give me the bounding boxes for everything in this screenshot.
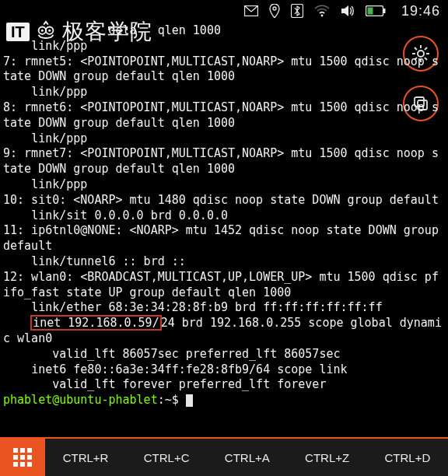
terminal-output[interactable]: dela qlen 1000 link/ppp 7: rmnet5: <POIN… [3,23,445,437]
term-line: 11: ip6tnl0@NONE: <NOARP> mtu 1452 qdisc… [3,223,446,253]
term-line: 12: wlan0: <BROADCAST,MULTICAST,UP,LOWER… [3,270,439,299]
envelope-icon [244,5,258,16]
svg-rect-6 [383,9,386,13]
term-line: link/ppp [3,85,87,99]
term-line: valid_lft forever preferred_lft forever [3,377,326,391]
key-ctrl-c[interactable]: CTRL+C [139,451,194,464]
prompt-line: phablet@ubuntu-phablet:~$ [3,393,193,407]
key-ctrl-r[interactable]: CTRL+R [58,451,114,464]
term-line: link/ppp [3,39,87,53]
term-line: link/sit 0.0.0.0 brd 0.0.0.0 [3,208,228,222]
svg-marker-4 [341,5,348,16]
svg-point-1 [273,7,276,10]
shortcut-keys: CTRL+R CTRL+C CTRL+A CTRL+Z CTRL+D [45,439,448,476]
term-line: link/ether 68:3e:34:28:8f:b9 brd ff:ff:f… [3,300,383,314]
wifi-icon [314,5,330,17]
term-line: 8: rmnet6: <POINTOPOINT,MULTICAST,NOARP>… [3,100,439,130]
grid-icon [13,448,32,467]
term-line: inet6 fe80::6a3e:34ff:fe28:8fb9/64 scope… [3,362,348,376]
volume-icon [341,5,355,17]
svg-point-3 [321,15,324,17]
term-line: link/tunnel6 :: brd :: [3,254,186,268]
apps-grid-button[interactable] [0,439,45,476]
bluetooth-icon [291,4,303,18]
status-bar: 19:46 [0,0,448,22]
term-line: dela qlen 1000 [3,23,221,37]
svg-rect-7 [367,8,373,15]
key-ctrl-z[interactable]: CTRL+Z [300,451,354,464]
term-line: 7: rmnet5: <POINTOPOINT,MULTICAST,NOARP>… [3,54,439,84]
term-line: 9: rmnet7: <POINTOPOINT,MULTICAST,NOARP>… [3,146,439,176]
status-clock: 19:46 [401,3,440,19]
term-line: link/ppp [3,131,87,145]
highlighted-ip: inet 192.168.0.59/ [31,316,161,330]
battery-icon [366,5,386,16]
term-line: valid_lft 86057sec preferred_lft 86057se… [3,347,340,361]
cursor [186,394,193,407]
keyboard-shortcut-bar: CTRL+R CTRL+C CTRL+A CTRL+Z CTRL+D [0,437,448,476]
term-line: 10: sit0: <NOARP> mtu 1480 qdisc noop st… [3,193,439,207]
location-icon [269,4,280,18]
prompt-user: phablet@ubuntu-phablet [3,393,158,407]
key-ctrl-a[interactable]: CTRL+A [220,451,275,464]
key-ctrl-d[interactable]: CTRL+D [380,451,436,464]
term-line: inet 192.168.0.59/24 brd 192.168.0.255 s… [3,316,442,345]
term-line: link/ppp [3,177,87,191]
